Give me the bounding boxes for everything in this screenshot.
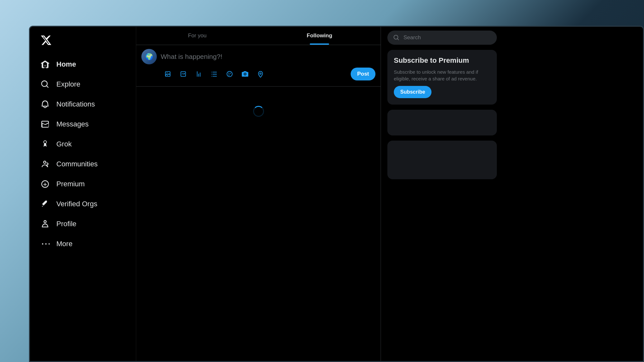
compose-area: 🌍 What is happening?! — [136, 45, 381, 87]
emoji-icon[interactable] — [223, 67, 237, 81]
notifications-icon — [40, 99, 50, 109]
profile-label: Profile — [56, 220, 76, 228]
sidebar-item-explore[interactable]: Explore — [35, 75, 131, 94]
poll-icon[interactable] — [192, 67, 206, 81]
tab-for-you[interactable]: For you — [136, 27, 259, 45]
more-icon — [40, 239, 50, 249]
sidebar-item-messages[interactable]: Messages — [35, 115, 131, 134]
sidebar: Home Explore Notifications — [30, 27, 136, 361]
compose-top: 🌍 What is happening?! — [141, 49, 375, 64]
home-icon — [40, 60, 50, 69]
media-icon[interactable] — [161, 67, 175, 81]
grok-label: Grok — [56, 140, 72, 148]
side-card-1 — [387, 110, 497, 135]
communities-icon — [40, 159, 50, 169]
user-avatar: 🌍 — [141, 49, 157, 64]
sidebar-item-communities[interactable]: Communities — [35, 155, 131, 173]
search-placeholder: Search — [403, 34, 421, 41]
verified-orgs-icon — [40, 199, 50, 209]
premium-icon — [40, 179, 50, 189]
feed-loading — [136, 87, 381, 361]
notifications-label: Notifications — [56, 100, 95, 108]
grok-icon — [40, 139, 50, 149]
app-container: Home Explore Notifications — [30, 27, 643, 361]
feed-tabs: For you Following — [136, 27, 381, 45]
compose-input[interactable]: What is happening?! — [161, 49, 375, 64]
laptop-frame: Home Explore Notifications — [29, 26, 644, 362]
post-button[interactable]: Post — [351, 68, 375, 80]
subscribe-desc: Subscribe to unlock new features and if … — [394, 69, 490, 82]
x-logo[interactable] — [35, 31, 131, 54]
compose-placeholder: What is happening?! — [161, 53, 222, 60]
subscribe-card: Subscribe to Premium Subscribe to unlock… — [387, 50, 497, 105]
profile-icon — [40, 219, 50, 229]
home-label: Home — [56, 60, 76, 69]
messages-icon — [40, 119, 50, 129]
avatar-image: 🌍 — [141, 49, 157, 64]
verified-orgs-label: Verified Orgs — [56, 200, 97, 208]
explore-icon — [40, 79, 50, 89]
side-card-2 — [387, 141, 497, 179]
search-bar[interactable]: Search — [387, 31, 497, 45]
sidebar-item-verified-orgs[interactable]: Verified Orgs — [35, 195, 131, 213]
sidebar-item-profile[interactable]: Profile — [35, 215, 131, 233]
loading-spinner — [253, 106, 264, 117]
list-icon[interactable] — [207, 67, 221, 81]
sidebar-item-notifications[interactable]: Notifications — [35, 95, 131, 114]
more-label: More — [56, 240, 72, 248]
subscribe-button[interactable]: Subscribe — [394, 86, 431, 98]
location-icon[interactable] — [253, 67, 268, 81]
compose-toolbar: Post — [141, 64, 375, 82]
communities-label: Communities — [56, 160, 98, 168]
gif-icon[interactable] — [176, 67, 190, 81]
explore-label: Explore — [56, 80, 80, 88]
messages-label: Messages — [56, 120, 89, 128]
tab-following[interactable]: Following — [259, 27, 381, 45]
camera-icon[interactable] — [238, 67, 252, 81]
premium-label: Premium — [56, 180, 85, 188]
sidebar-item-premium[interactable]: Premium — [35, 175, 131, 193]
sidebar-item-more[interactable]: More — [35, 235, 131, 253]
subscribe-title: Subscribe to Premium — [394, 56, 490, 65]
sidebar-item-grok[interactable]: Grok — [35, 135, 131, 153]
right-sidebar: Search Subscribe to Premium Subscribe to… — [381, 27, 503, 361]
sidebar-item-home[interactable]: Home — [35, 55, 131, 74]
main-feed: For you Following 🌍 What is happening?! — [136, 27, 381, 361]
search-icon — [393, 34, 400, 41]
